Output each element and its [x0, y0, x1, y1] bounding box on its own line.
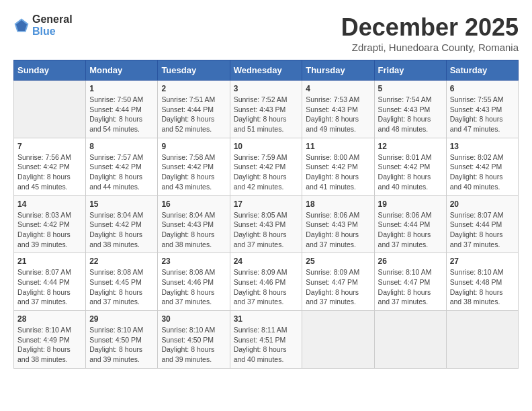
day-number: 31 [234, 314, 299, 324]
logo-icon [13, 17, 30, 34]
day-info: Sunrise: 7:52 AM Sunset: 4:43 PM Dayligh… [234, 95, 299, 134]
title-area: December 2025 Zdrapti, Hunedoara County,… [341, 13, 519, 53]
day-info: Sunrise: 7:51 AM Sunset: 4:44 PM Dayligh… [161, 95, 226, 134]
calendar-cell: 5Sunrise: 7:54 AM Sunset: 4:43 PM Daylig… [374, 81, 446, 138]
day-number: 24 [234, 257, 299, 266]
day-number: 23 [161, 257, 226, 266]
day-number: 3 [234, 84, 299, 93]
day-info: Sunrise: 8:07 AM Sunset: 4:44 PM Dayligh… [450, 210, 515, 250]
day-info: Sunrise: 8:08 AM Sunset: 4:45 PM Dayligh… [89, 267, 154, 307]
day-number: 17 [234, 199, 299, 209]
day-number: 27 [450, 257, 515, 266]
day-info: Sunrise: 8:10 AM Sunset: 4:50 PM Dayligh… [161, 325, 226, 365]
calendar-cell: 27Sunrise: 8:10 AM Sunset: 4:48 PM Dayli… [446, 253, 518, 311]
day-info: Sunrise: 8:10 AM Sunset: 4:48 PM Dayligh… [450, 267, 515, 307]
day-number: 18 [306, 199, 370, 209]
day-info: Sunrise: 8:06 AM Sunset: 4:43 PM Dayligh… [306, 210, 370, 250]
logo: General Blue [13, 13, 73, 37]
day-info: Sunrise: 7:53 AM Sunset: 4:43 PM Dayligh… [306, 95, 370, 134]
calendar-cell: 4Sunrise: 7:53 AM Sunset: 4:43 PM Daylig… [302, 81, 374, 138]
day-number: 8 [89, 142, 154, 151]
calendar-cell: 6Sunrise: 7:55 AM Sunset: 4:43 PM Daylig… [446, 81, 518, 138]
calendar-cell: 25Sunrise: 8:09 AM Sunset: 4:47 PM Dayli… [302, 253, 374, 311]
weekday-header-tuesday: Tuesday [158, 60, 230, 81]
calendar-cell: 24Sunrise: 8:09 AM Sunset: 4:46 PM Dayli… [230, 253, 302, 311]
day-info: Sunrise: 8:10 AM Sunset: 4:49 PM Dayligh… [17, 325, 82, 365]
day-number: 25 [306, 257, 370, 266]
day-number: 10 [234, 142, 299, 151]
day-info: Sunrise: 8:10 AM Sunset: 4:50 PM Dayligh… [89, 325, 154, 365]
day-info: Sunrise: 8:07 AM Sunset: 4:44 PM Dayligh… [17, 267, 82, 307]
day-info: Sunrise: 8:08 AM Sunset: 4:46 PM Dayligh… [161, 267, 226, 307]
day-info: Sunrise: 8:11 AM Sunset: 4:51 PM Dayligh… [234, 325, 299, 365]
calendar-cell: 17Sunrise: 8:05 AM Sunset: 4:43 PM Dayli… [230, 195, 302, 253]
calendar-cell: 16Sunrise: 8:04 AM Sunset: 4:43 PM Dayli… [158, 195, 230, 253]
day-number: 21 [17, 257, 82, 266]
day-number: 5 [378, 84, 443, 93]
day-info: Sunrise: 7:50 AM Sunset: 4:44 PM Dayligh… [89, 95, 154, 134]
calendar-cell: 19Sunrise: 8:06 AM Sunset: 4:44 PM Dayli… [374, 195, 446, 253]
day-number: 26 [378, 257, 443, 266]
calendar-cell: 30Sunrise: 8:10 AM Sunset: 4:50 PM Dayli… [158, 311, 230, 369]
calendar-cell: 28Sunrise: 8:10 AM Sunset: 4:49 PM Dayli… [14, 311, 86, 369]
day-number: 28 [17, 314, 82, 324]
weekday-header-friday: Friday [374, 60, 446, 81]
day-number: 6 [450, 84, 515, 93]
day-number: 12 [378, 142, 443, 151]
day-number: 30 [161, 314, 226, 324]
calendar-cell: 12Sunrise: 8:01 AM Sunset: 4:42 PM Dayli… [374, 138, 446, 195]
day-number: 15 [89, 199, 154, 209]
calendar-cell: 21Sunrise: 8:07 AM Sunset: 4:44 PM Dayli… [14, 253, 86, 311]
logo-blue: Blue [32, 26, 73, 38]
weekday-header-sunday: Sunday [14, 60, 86, 81]
day-number: 19 [378, 199, 443, 209]
location-title: Zdrapti, Hunedoara County, Romania [341, 42, 519, 53]
weekday-header-thursday: Thursday [302, 60, 374, 81]
day-info: Sunrise: 8:10 AM Sunset: 4:47 PM Dayligh… [378, 267, 443, 307]
day-info: Sunrise: 7:54 AM Sunset: 4:43 PM Dayligh… [378, 95, 443, 134]
day-number: 1 [89, 84, 154, 93]
day-info: Sunrise: 8:04 AM Sunset: 4:43 PM Dayligh… [161, 210, 226, 250]
day-info: Sunrise: 7:56 AM Sunset: 4:42 PM Dayligh… [17, 152, 82, 192]
day-number: 14 [17, 199, 82, 209]
day-info: Sunrise: 7:58 AM Sunset: 4:42 PM Dayligh… [161, 152, 226, 192]
day-info: Sunrise: 8:01 AM Sunset: 4:42 PM Dayligh… [378, 152, 443, 192]
calendar-cell: 20Sunrise: 8:07 AM Sunset: 4:44 PM Dayli… [446, 195, 518, 253]
calendar-cell: 15Sunrise: 8:04 AM Sunset: 4:42 PM Dayli… [86, 195, 158, 253]
calendar-cell [446, 311, 518, 369]
calendar-cell [374, 311, 446, 369]
calendar-cell: 7Sunrise: 7:56 AM Sunset: 4:42 PM Daylig… [14, 138, 86, 195]
day-info: Sunrise: 8:06 AM Sunset: 4:44 PM Dayligh… [378, 210, 443, 250]
calendar-cell: 18Sunrise: 8:06 AM Sunset: 4:43 PM Dayli… [302, 195, 374, 253]
calendar-cell: 13Sunrise: 8:02 AM Sunset: 4:42 PM Dayli… [446, 138, 518, 195]
calendar-cell: 2Sunrise: 7:51 AM Sunset: 4:44 PM Daylig… [158, 81, 230, 138]
day-info: Sunrise: 8:00 AM Sunset: 4:42 PM Dayligh… [306, 152, 370, 192]
logo-general: General [32, 13, 73, 26]
day-info: Sunrise: 7:59 AM Sunset: 4:42 PM Dayligh… [234, 152, 299, 192]
calendar-cell [302, 311, 374, 369]
day-info: Sunrise: 8:05 AM Sunset: 4:43 PM Dayligh… [234, 210, 299, 250]
day-info: Sunrise: 8:09 AM Sunset: 4:47 PM Dayligh… [306, 267, 370, 307]
day-info: Sunrise: 8:02 AM Sunset: 4:42 PM Dayligh… [450, 152, 515, 192]
calendar-cell: 22Sunrise: 8:08 AM Sunset: 4:45 PM Dayli… [86, 253, 158, 311]
calendar-cell: 9Sunrise: 7:58 AM Sunset: 4:42 PM Daylig… [158, 138, 230, 195]
calendar-cell: 3Sunrise: 7:52 AM Sunset: 4:43 PM Daylig… [230, 81, 302, 138]
calendar-cell: 29Sunrise: 8:10 AM Sunset: 4:50 PM Dayli… [86, 311, 158, 369]
day-number: 9 [161, 142, 226, 151]
day-info: Sunrise: 8:09 AM Sunset: 4:46 PM Dayligh… [234, 267, 299, 307]
day-info: Sunrise: 8:04 AM Sunset: 4:42 PM Dayligh… [89, 210, 154, 250]
calendar-cell: 31Sunrise: 8:11 AM Sunset: 4:51 PM Dayli… [230, 311, 302, 369]
day-info: Sunrise: 7:57 AM Sunset: 4:42 PM Dayligh… [89, 152, 154, 192]
calendar-cell: 1Sunrise: 7:50 AM Sunset: 4:44 PM Daylig… [86, 81, 158, 138]
month-title: December 2025 [341, 13, 519, 42]
calendar-cell: 23Sunrise: 8:08 AM Sunset: 4:46 PM Dayli… [158, 253, 230, 311]
calendar-cell: 14Sunrise: 8:03 AM Sunset: 4:42 PM Dayli… [14, 195, 86, 253]
weekday-header-wednesday: Wednesday [230, 60, 302, 81]
calendar-cell: 10Sunrise: 7:59 AM Sunset: 4:42 PM Dayli… [230, 138, 302, 195]
day-number: 22 [89, 257, 154, 266]
day-number: 20 [450, 199, 515, 209]
calendar-table: SundayMondayTuesdayWednesdayThursdayFrid… [13, 60, 519, 369]
calendar-cell: 26Sunrise: 8:10 AM Sunset: 4:47 PM Dayli… [374, 253, 446, 311]
day-number: 2 [161, 84, 226, 93]
day-number: 16 [161, 199, 226, 209]
